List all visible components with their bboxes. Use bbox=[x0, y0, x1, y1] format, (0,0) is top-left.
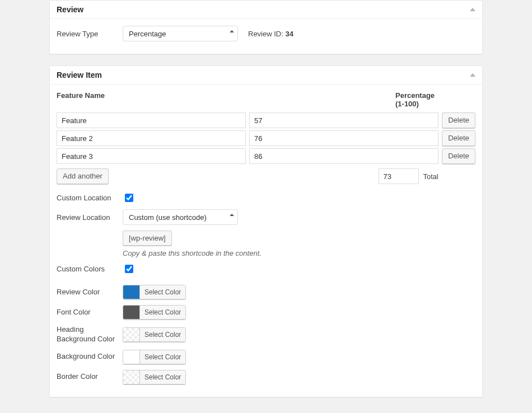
select-color-button[interactable]: Select Color bbox=[140, 350, 185, 364]
add-another-button[interactable]: Add another bbox=[57, 168, 109, 184]
shortcode-box[interactable]: [wp-review] bbox=[123, 231, 172, 246]
collapse-icon[interactable] bbox=[470, 8, 475, 11]
color-label: Background Color bbox=[57, 352, 123, 362]
review-panel: Review Review Type Percentage Review ID:… bbox=[49, 0, 483, 54]
feature-row: Delete bbox=[57, 148, 475, 164]
color-row: Background ColorSelect Color bbox=[57, 350, 475, 364]
custom-location-checkbox[interactable] bbox=[125, 194, 133, 202]
color-row: Heading Background ColorSelect Color bbox=[57, 325, 475, 344]
color-swatch[interactable] bbox=[123, 370, 140, 384]
delete-button[interactable]: Delete bbox=[442, 148, 475, 164]
color-picker[interactable]: Select Color bbox=[123, 370, 186, 384]
feature-row: Delete bbox=[57, 112, 475, 128]
color-label: Font Color bbox=[57, 308, 123, 317]
review-type-label: Review Type bbox=[57, 30, 123, 38]
color-row: Border ColorSelect Color bbox=[57, 370, 475, 384]
feature-row: Delete bbox=[57, 130, 475, 146]
select-color-button[interactable]: Select Color bbox=[140, 285, 185, 299]
feature-pct-input[interactable] bbox=[249, 112, 438, 128]
total-label: Total bbox=[423, 172, 438, 181]
feature-name-input[interactable] bbox=[57, 112, 246, 128]
delete-button[interactable]: Delete bbox=[442, 112, 475, 128]
color-row: Font ColorSelect Color bbox=[57, 305, 475, 320]
color-label: Review Color bbox=[57, 288, 123, 297]
color-label: Heading Background Color bbox=[57, 325, 123, 344]
color-picker[interactable]: Select Color bbox=[123, 305, 186, 320]
feature-name-header: Feature Name bbox=[57, 91, 392, 108]
color-swatch[interactable] bbox=[123, 328, 140, 341]
review-item-panel: Review Item Feature Name Percentage (1-1… bbox=[49, 65, 483, 397]
total-input[interactable] bbox=[379, 168, 419, 184]
custom-colors-label: Custom Colors bbox=[57, 265, 123, 273]
percentage-header: Percentage (1-100) bbox=[395, 91, 437, 108]
select-color-button[interactable]: Select Color bbox=[140, 328, 185, 341]
color-picker[interactable]: Select Color bbox=[123, 285, 186, 299]
review-item-title: Review Item bbox=[57, 71, 102, 79]
review-location-label: Review Location bbox=[57, 213, 123, 222]
review-location-select[interactable]: Custom (use shortcode) bbox=[123, 209, 238, 225]
select-color-button[interactable]: Select Color bbox=[140, 370, 185, 384]
feature-name-input[interactable] bbox=[57, 148, 246, 164]
custom-location-label: Custom Location bbox=[57, 194, 123, 202]
collapse-icon[interactable] bbox=[470, 73, 475, 77]
feature-pct-input[interactable] bbox=[249, 130, 438, 146]
feature-name-input[interactable] bbox=[57, 130, 246, 146]
color-picker[interactable]: Select Color bbox=[123, 327, 186, 342]
color-swatch[interactable] bbox=[123, 285, 140, 299]
review-id: Review ID: 34 bbox=[248, 30, 293, 38]
review-panel-title: Review bbox=[57, 5, 83, 14]
select-color-button[interactable]: Select Color bbox=[140, 306, 185, 319]
color-label: Border Color bbox=[57, 372, 123, 382]
shortcode-hint: Copy & paste this shortcode in the conte… bbox=[123, 249, 262, 257]
feature-pct-input[interactable] bbox=[249, 148, 438, 164]
color-picker[interactable]: Select Color bbox=[123, 350, 186, 364]
color-swatch[interactable] bbox=[123, 350, 140, 364]
review-type-select[interactable]: Percentage bbox=[123, 26, 238, 41]
color-swatch[interactable] bbox=[123, 306, 140, 319]
custom-colors-checkbox[interactable] bbox=[125, 265, 133, 273]
delete-button[interactable]: Delete bbox=[442, 130, 475, 146]
color-row: Review ColorSelect Color bbox=[57, 285, 475, 299]
